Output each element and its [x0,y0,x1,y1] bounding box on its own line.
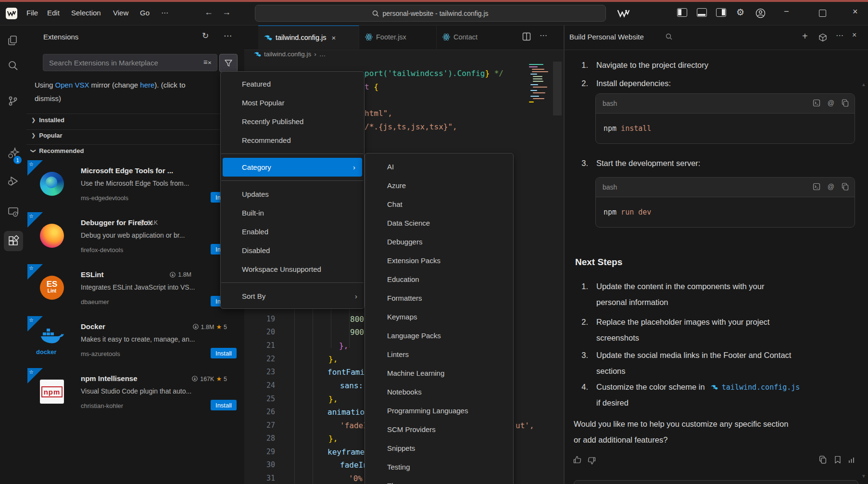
menu-item-most-popular[interactable]: Most Popular [221,93,364,112]
stats-bars-icon[interactable] [848,456,855,463]
submenu-item-chat[interactable]: Chat [365,195,513,214]
bookmark-icon[interactable] [834,456,841,464]
tab-footer-jsx[interactable]: Footer.jsx [359,25,437,49]
window-maximize-button[interactable] [819,10,826,17]
menu-item-disabled[interactable]: Disabled [221,241,364,260]
submenu-item-data-science[interactable]: Data Science [365,214,513,232]
explorer-icon[interactable] [7,35,19,46]
toggle-secondary-sidebar-icon[interactable] [716,8,726,17]
panel-more-icon[interactable]: ⋯ [224,31,232,41]
extension-row-eslint[interactable]: ☆ ES Lint ESLint 1.8M Integrates ESLint … [26,264,244,314]
recommended-ribbon-icon: ☆ [27,212,43,228]
chat-close-icon[interactable]: × [852,31,856,39]
editor-more-actions-icon[interactable]: ⋯ [540,31,547,40]
submenu-item-programming-languages[interactable]: Programming Languages [365,401,513,420]
copy-icon[interactable] [842,99,849,107]
menu-more[interactable]: ⋯ [161,9,168,17]
submenu-item-education[interactable]: Education [365,270,513,289]
search-icon[interactable] [7,60,19,71]
toggle-primary-sidebar-icon[interactable] [677,8,687,17]
downloads-icon [191,376,198,382]
breadcrumb[interactable]: tailwind.config.js › … [254,51,326,58]
package-cube-icon[interactable] [818,33,827,42]
copy-message-icon[interactable] [819,456,827,464]
submenu-item-snippets[interactable]: Snippets [365,439,513,458]
menu-go[interactable]: Go [140,9,150,17]
copy-icon[interactable] [842,183,849,191]
tab-contact[interactable]: Contact [437,25,518,49]
menu-selection[interactable]: Selection [71,9,101,17]
scroll-down-hint-icon[interactable]: ▼ [861,473,866,479]
extensions-icon[interactable] [8,235,19,247]
menu-item-updates[interactable]: Updates [221,185,364,204]
scroll-up-hint-icon[interactable]: ▲ [861,82,866,87]
section-recommended[interactable]: ❯Recommended [31,147,84,154]
nav-forward-icon[interactable]: → [222,7,231,17]
menu-item-category[interactable]: Category› [223,158,362,177]
refresh-icon[interactable]: ↻ [202,31,209,41]
submenu-item-scm-providers[interactable]: SCM Providers [365,420,513,439]
source-control-icon[interactable] [7,95,19,107]
install-button[interactable]: Install [211,348,237,358]
submenu-item-azure[interactable]: Azure [365,176,513,195]
submenu-item-linters[interactable]: Linters [365,345,513,364]
menu-edit[interactable]: Edit [47,9,60,17]
settings-gear-icon[interactable]: ⚙ [736,7,744,18]
window-minimize-button[interactable]: – [784,7,789,15]
run-debug-icon[interactable] [7,175,19,187]
remote-explorer-icon[interactable] [7,206,19,218]
menu-item-enabled[interactable]: Enabled [221,222,364,241]
menu-view[interactable]: View [113,9,128,17]
filter-button[interactable] [219,54,238,72]
section-installed[interactable]: ❯Installed [31,116,64,124]
submenu-item-keymaps[interactable]: Keymaps [365,307,513,326]
thumbs-down-icon[interactable] [588,457,596,465]
extension-row-npm-intellisense[interactable]: ☆ npm npm Intellisense 167K ★ 5 Visual S… [26,368,244,418]
extension-row-firefox-debugger[interactable]: ☆ Debugger for Firefox 81K Debug your we… [26,212,244,262]
submenu-item-language-packs[interactable]: Language Packs [365,326,513,345]
tab-tailwind-config[interactable]: tailwind.config.js × [258,25,359,49]
run-in-terminal-icon[interactable] [813,183,820,191]
search-input[interactable] [43,54,217,71]
toggle-panel-icon[interactable] [697,8,707,17]
window-close-button[interactable]: × [853,7,858,17]
inline-code-tailwind-config[interactable]: tailwind.config.js [722,383,800,392]
chat-more-icon[interactable]: ⋯ [836,31,843,40]
minimap-slider[interactable] [553,62,562,115]
submenu-item-machine-learning[interactable]: Machine Learning [365,364,513,382]
chat-input-box[interactable] [574,480,858,484]
search-conversation-icon[interactable] [666,33,672,40]
extension-row-docker[interactable]: ☆ docker Docker 1.8M ★ 5 Makes it easy t… [26,316,244,366]
submenu-item-testing[interactable]: Testing [365,458,513,476]
split-editor-icon[interactable] [522,32,531,41]
minimap[interactable] [529,64,552,105]
submenu-item-extension-packs[interactable]: Extension Packs [365,251,513,270]
submenu-item-debuggers[interactable]: Debuggers [365,232,513,251]
account-icon[interactable] [755,8,766,18]
mention-icon[interactable]: @ [828,99,834,107]
close-tab-icon[interactable]: × [332,34,336,42]
run-in-terminal-icon[interactable] [813,99,820,107]
menu-item-recommended[interactable]: Recommended [221,131,364,150]
filter-lines-icon[interactable]: ≡✕ [203,58,212,66]
menu-file[interactable]: File [26,9,38,17]
thumbs-up-icon[interactable] [573,456,581,464]
nav-back-icon[interactable]: ← [204,7,213,17]
submenu-item-notebooks[interactable]: Notebooks [365,382,513,401]
menu-item-featured[interactable]: Featured [221,75,364,93]
menu-item-sort-by[interactable]: Sort By› [221,287,364,306]
submenu-item-themes[interactable]: Themes [365,476,513,484]
openvsx-link[interactable]: Open VSX [55,81,89,89]
menu-item-recently-published[interactable]: Recently Published [221,112,364,131]
extension-row-edge-tools[interactable]: ☆ Microsoft Edge Tools for ... Use the M… [26,160,244,210]
section-popular[interactable]: ❯Popular [31,132,63,139]
install-button[interactable]: Install [211,400,237,410]
menu-item-built-in[interactable]: Built-in [221,204,364,222]
mention-icon[interactable]: @ [828,183,834,191]
menu-item-workspace-unsupported[interactable]: Workspace Unsupported [221,260,364,279]
new-chat-plus-icon[interactable]: + [802,31,808,42]
command-center-search[interactable]: personal-website - tailwind.config.js [255,5,606,22]
submenu-item-ai[interactable]: AI [365,157,513,176]
submenu-item-formatters[interactable]: Formatters [365,289,513,307]
here-link[interactable]: here [140,81,154,89]
